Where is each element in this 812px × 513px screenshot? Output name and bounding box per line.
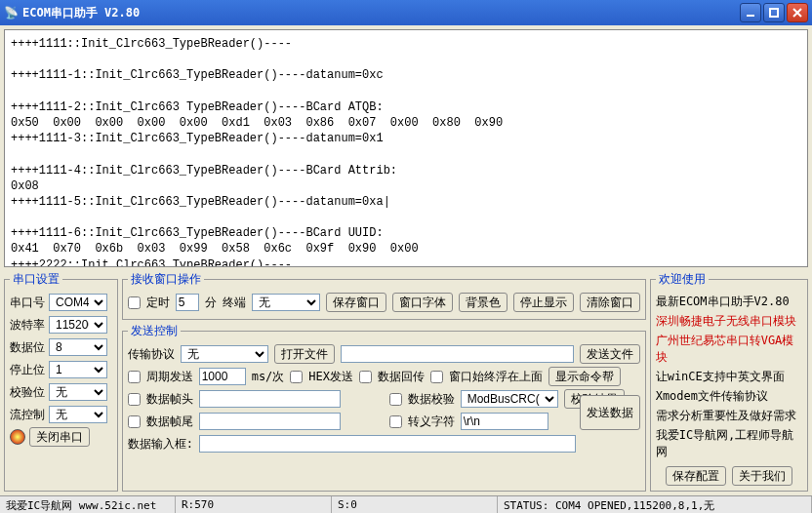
tail-checkbox[interactable] — [128, 415, 141, 428]
send-control-group: 发送控制 传输协议 无 打开文件 发送文件 周期发送 ms/次 HEX发送 — [122, 323, 646, 492]
databits-label: 数据位 — [10, 339, 45, 356]
status-conn: STATUS: COM4 OPENED,115200,8,1,无 — [498, 496, 812, 513]
status-rx: R:570 — [176, 496, 332, 513]
proto-select[interactable]: 无 — [181, 345, 268, 363]
welcome-group: 欢迎使用 最新ECOM串口助手V2.80 深圳畅捷电子无线串口模块 广州世纪易芯… — [650, 271, 808, 492]
link-ic[interactable]: 我爱IC导航网,工程师导航网 — [656, 427, 802, 460]
port-no-label: 串口号 — [10, 295, 45, 311]
terminal-select[interactable]: 无 — [252, 294, 320, 311]
period-label: 周期发送 — [146, 369, 193, 385]
ontop-checkbox[interactable] — [430, 371, 443, 383]
open-file-button[interactable]: 打开文件 — [274, 344, 335, 364]
esc-label: 转义字符 — [408, 414, 455, 430]
timer-unit: 分 — [205, 295, 217, 311]
crc-select[interactable]: ModBusCRC(低位1 — [461, 390, 558, 408]
flow-label: 流控制 — [10, 407, 45, 423]
bgcolor-button[interactable]: 背景色 — [459, 293, 508, 312]
recv-legend: 接收窗口操作 — [128, 271, 204, 288]
echo-checkbox[interactable] — [359, 371, 372, 383]
status-bar: 我爱IC导航网 www.52ic.net R:570 S:0 STATUS: C… — [0, 495, 812, 513]
head-label: 数据帧头 — [146, 391, 193, 408]
close-port-button[interactable]: 关闭串口 — [29, 427, 90, 447]
send-data-button[interactable]: 发送数据 — [580, 395, 640, 430]
send-file-button[interactable]: 发送文件 — [580, 344, 640, 364]
window-title: ECOM串口助手 V2.80 — [19, 5, 738, 21]
send-legend: 发送控制 — [128, 323, 181, 339]
crc-label: 数据校验 — [408, 391, 455, 408]
timer-checkbox[interactable] — [128, 296, 141, 309]
hex-checkbox[interactable] — [290, 371, 303, 383]
period-input[interactable] — [199, 368, 246, 385]
port-no-select[interactable]: COM4 — [49, 294, 107, 311]
period-unit: ms/次 — [252, 369, 285, 385]
file-path-input[interactable] — [341, 345, 574, 363]
crc-checkbox[interactable] — [389, 393, 402, 406]
head-input[interactable] — [199, 390, 341, 408]
receive-ops-group: 接收窗口操作 定时 分 终端 无 保存窗口 窗口字体 背景色 停止显示 清除窗口 — [122, 271, 646, 320]
esc-checkbox[interactable] — [389, 415, 402, 428]
proto-label: 传输协议 — [128, 346, 175, 363]
clear-button[interactable]: 清除窗口 — [580, 293, 640, 312]
flow-select[interactable]: 无 — [49, 406, 107, 423]
link-wince[interactable]: 让winCE支持中英文界面 — [656, 369, 802, 385]
stopbits-select[interactable]: 1 — [49, 361, 107, 378]
port-settings-group: 串口设置 串口号COM4 波特率115200 数据位8 停止位1 校验位无 流控… — [4, 271, 118, 492]
esc-input[interactable] — [461, 413, 548, 430]
about-button[interactable]: 关于我们 — [732, 466, 792, 486]
baud-select[interactable]: 115200 — [49, 316, 107, 334]
font-button[interactable]: 窗口字体 — [392, 293, 453, 312]
link-shenzhen[interactable]: 深圳畅捷电子无线串口模块 — [656, 313, 802, 330]
terminal-label: 终端 — [223, 295, 246, 311]
status-led-icon — [10, 429, 25, 445]
port-legend: 串口设置 — [10, 271, 62, 288]
save-window-button[interactable]: 保存窗口 — [326, 293, 386, 312]
minimize-button[interactable] — [740, 3, 761, 22]
cmd-help-button[interactable]: 显示命令帮 — [548, 367, 621, 386]
status-tx: S:0 — [332, 496, 498, 513]
head-checkbox[interactable] — [128, 393, 141, 406]
link-guangzhou[interactable]: 广州世纪易芯串口转VGA模块 — [656, 333, 802, 366]
welcome-legend: 欢迎使用 — [656, 271, 709, 288]
close-button[interactable] — [787, 3, 808, 22]
receive-textarea[interactable]: ++++1111::Init_Clrc663_TypeBReader()----… — [4, 29, 808, 267]
save-config-button[interactable]: 保存配置 — [666, 466, 726, 486]
tail-label: 数据帧尾 — [146, 414, 193, 430]
period-checkbox[interactable] — [128, 371, 141, 383]
maximize-button[interactable] — [763, 3, 785, 22]
hex-label: HEX发送 — [308, 369, 353, 385]
tail-input[interactable] — [199, 413, 341, 430]
timer-input[interactable] — [176, 294, 199, 311]
parity-label: 校验位 — [10, 384, 45, 401]
link-req[interactable]: 需求分析重要性及做好需求 — [656, 408, 802, 424]
parity-select[interactable]: 无 — [49, 383, 107, 401]
databits-select[interactable]: 8 — [49, 338, 107, 356]
data-input[interactable] — [199, 435, 576, 453]
stopbits-label: 停止位 — [10, 362, 45, 378]
titlebar: 📡 ECOM串口助手 V2.80 — [0, 0, 812, 25]
timer-label: 定时 — [146, 295, 170, 311]
link-latest[interactable]: 最新ECOM串口助手V2.80 — [656, 294, 802, 310]
ontop-label: 窗口始终浮在上面 — [449, 369, 543, 385]
pause-button[interactable]: 停止显示 — [513, 293, 574, 312]
echo-label: 数据回传 — [378, 369, 425, 385]
baud-label: 波特率 — [10, 317, 45, 334]
app-icon: 📡 — [4, 6, 19, 20]
input-label: 数据输入框: — [128, 436, 193, 453]
link-xmodem[interactable]: Xmodem文件传输协议 — [656, 388, 802, 405]
status-site: 我爱IC导航网 www.52ic.net — [0, 496, 176, 513]
